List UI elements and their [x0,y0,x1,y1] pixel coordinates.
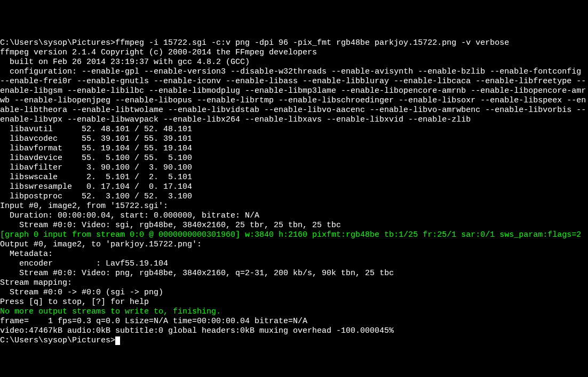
terminal-line: configuration: --enable-gpl --enable-ver… [0,67,588,125]
terminal-line: encoder : Lavf55.19.104 [0,259,588,269]
terminal-line: Stream #0:0 -> #0:0 (sgi -> png) [0,288,588,298]
terminal-line: libavdevice 55. 5.100 / 55. 5.100 [0,154,588,163]
terminal-line: Stream mapping: [0,278,588,288]
terminal-line: Metadata: [0,250,588,259]
cursor [115,336,120,345]
terminal-line: ffmpeg version 2.1.4 Copyright (c) 2000-… [0,48,588,58]
terminal-line: libavcodec 55. 39.101 / 55. 39.101 [0,134,588,144]
terminal-line: libavformat 55. 19.104 / 55. 19.104 [0,144,588,154]
terminal-line: Press [q] to stop, [?] for help [0,298,588,307]
terminal-output[interactable]: C:\Users\sysop\Pictures>ffmpeg -i 15722.… [0,38,588,346]
terminal-line: Input #0, image2, from '15722.sgi': [0,202,588,211]
terminal-line: libpostproc 52. 3.100 / 52. 3.100 [0,192,588,202]
terminal-line: libswresample 0. 17.104 / 0. 17.104 [0,182,588,192]
terminal-line: libavfilter 3. 90.100 / 3. 90.100 [0,163,588,173]
terminal-line: No more output streams to write to, fini… [0,307,588,317]
terminal-line: frame= 1 fps=0.3 q=0.0 Lsize=N/A time=00… [0,317,588,326]
terminal-line: libavutil 52. 48.101 / 52. 48.101 [0,125,588,134]
terminal-line: video:47467kB audio:0kB subtitle:0 globa… [0,326,588,336]
terminal-line: Stream #0:0: Video: sgi, rgb48be, 3840x2… [0,221,588,230]
terminal-line: C:\Users\sysop\Pictures>ffmpeg -i 15722.… [0,38,588,48]
terminal-line: C:\Users\sysop\Pictures> [0,336,588,346]
terminal-line: Duration: 00:00:00.04, start: 0.000000, … [0,211,588,221]
terminal-line: Stream #0:0: Video: png, rgb48be, 3840x2… [0,269,588,278]
terminal-line: libswscale 2. 5.101 / 2. 5.101 [0,173,588,182]
terminal-line: [graph 0 input from stream 0:0 @ 0000000… [0,230,588,240]
terminal-line: Output #0, image2, to 'parkjoy.15722.png… [0,240,588,250]
terminal-line: built on Feb 26 2014 23:19:37 with gcc 4… [0,58,588,67]
